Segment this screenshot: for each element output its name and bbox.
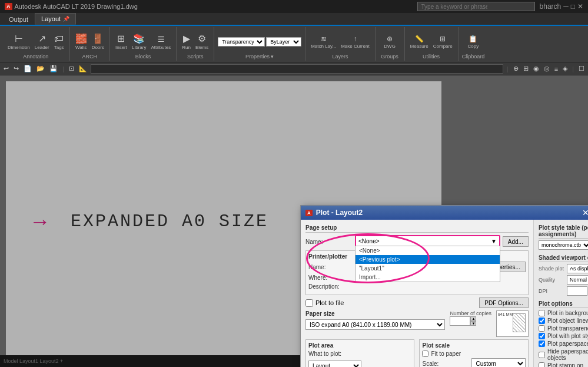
paper-size-select[interactable]: ISO expand A0 (841.00 x 1189.00 MM) [305,319,445,330]
btn-copy[interactable]: 📋Copy [466,34,481,50]
printer-name-label: Name: [308,264,356,270]
tb2-new[interactable]: 📄 [22,64,33,73]
what-to-plot-select[interactable]: Layout [308,361,361,367]
group-scripts: ▶Run ⚙Elems Scripts [177,27,214,61]
opt-plotstyles-checkbox[interactable] [539,333,545,339]
btn-attributes[interactable]: ≣Attributes [149,32,172,51]
what-to-plot-label: What to plot: [308,351,356,357]
tb2-transparency[interactable]: ◈ [562,64,569,73]
copies-down[interactable]: ▼ [470,321,476,326]
tb2-osnap[interactable]: ◎ [543,64,551,73]
btn-compare[interactable]: ⊞Compare [431,34,454,50]
plot-dialog: A Plot - Layout2 ✕ Page setup Name: [300,205,588,367]
opt-transparency-label: Plot transparency [547,325,588,332]
tb2-save[interactable]: 💾 [48,64,59,73]
option-none[interactable]: <None> [356,246,500,255]
minimize-icon[interactable]: ─ [563,2,569,11]
page-setup-name-row: Name: <None> ▼ <None> [305,235,529,248]
btn-leader[interactable]: ↗Leader [33,32,51,51]
opt-paperspace-last-checkbox[interactable] [539,340,545,347]
shade-plot-select[interactable]: As displayed [567,264,588,273]
search-input[interactable] [417,2,535,11]
tb2-redo[interactable]: ↪ [12,64,20,73]
group-label-properties: Properties ▾ [245,54,274,61]
dialog-close-icon[interactable]: ✕ [582,208,588,217]
btn-doors[interactable]: 🚪Doors [90,32,106,51]
btn-dimension[interactable]: ⊢Dimension [6,32,32,51]
btn-walls[interactable]: 🧱Walls [74,32,89,51]
opt-background-checkbox[interactable] [539,310,545,316]
btn-tags[interactable]: 🏷Tags [52,32,66,51]
opt-transparency-checkbox[interactable] [539,325,545,332]
option-layout1[interactable]: "Layout1" [356,264,500,273]
tb2-polar[interactable]: ◉ [532,64,540,73]
tb2-undo[interactable]: ↩ [2,64,10,73]
group-label-layers: Layers [332,54,348,61]
btn-elems[interactable]: ⚙Elems [194,32,210,51]
what-to-plot-row: What to plot: [308,351,411,357]
opt-lineweights-label: Plot object lineweights [547,318,588,324]
option-import[interactable]: Import... [356,273,500,282]
group-label-annotation: Annotation [23,54,48,61]
app-icon: A [5,3,12,10]
tb2-snap[interactable]: ⊕ [512,64,520,73]
close-icon[interactable]: ✕ [577,2,583,11]
btn-make-current[interactable]: ↑Make Current [339,34,371,50]
tb2-ortho[interactable]: ⊞ [522,64,530,73]
tb2-open[interactable]: 📂 [35,64,46,73]
group-layers: ≋Match Lay... ↑Make Current Layers [305,27,375,61]
btn-insert[interactable]: ⊞Insert [114,32,129,51]
btn-measure[interactable]: 📏Measure [408,34,430,50]
maximize-icon[interactable]: □ [571,2,575,11]
fit-to-paper-checkbox[interactable] [422,351,428,357]
copies-input[interactable]: 1 [450,316,470,326]
group-label-scripts: Scripts [187,54,204,61]
tab-layout[interactable]: Layout 📌 [35,13,76,25]
btn-run[interactable]: ▶Run [180,32,192,51]
dpi-row: DPI 100 [539,286,588,296]
paper-size-row: ISO expand A0 (841.00 x 1189.00 MM) [305,319,445,330]
quality-row: Quality Normal [539,275,588,285]
quality-select[interactable]: Normal [567,275,588,285]
tb2-modelspace[interactable]: ⊡ [68,64,75,73]
tb2-pagesetup[interactable]: 📐 [78,64,88,73]
transparency-select[interactable]: Transparency [218,37,265,47]
shade-plot-label: Shade plot [539,266,565,272]
option-previous-plot[interactable]: <Previous plot> [356,255,500,264]
add-button[interactable]: Add... [503,236,529,247]
opt-hide-paperspace: Hide paperspace objects [539,348,588,361]
btn-library[interactable]: 📚Library [130,32,148,51]
tb2-lineweight[interactable]: ≡ [553,65,559,73]
opt-background-label: Plot in background [547,310,588,316]
scale-select[interactable]: Custom [471,358,525,367]
shaded-viewport-title: Shaded viewport options [539,254,588,262]
bylayer-select[interactable]: ByLayer [266,37,301,47]
opt-hide-paperspace-checkbox[interactable] [539,352,545,358]
opt-paperspace-last: Plot paperspace last [539,340,588,347]
coordinate-input[interactable] [91,64,503,74]
user-label: bharch [540,2,562,11]
tab-output[interactable]: Output [2,13,35,25]
btn-match-layer[interactable]: ≋Match Lay... [309,34,338,50]
plot-to-file-checkbox[interactable] [305,299,313,307]
pdf-options-button[interactable]: PDF Options... [479,297,529,308]
group-label-groups: Groups [381,54,398,61]
opt-lineweights-checkbox[interactable] [539,318,545,324]
plot-scale-title: Plot scale [422,342,525,349]
opt-stamp-label: Plot stamp on [547,362,583,367]
scale-row: Scale: Custom [422,358,525,367]
title-controls: bharch ─ □ ✕ [540,2,583,11]
group-label-blocks: Blocks [135,54,151,61]
title-bar: A Autodesk AutoCAD LT 2019 Drawing1.dwg … [0,0,588,13]
opt-stamp-checkbox[interactable] [539,362,545,367]
opt-lineweights: Plot object lineweights [539,318,588,324]
group-arch: 🧱Walls 🚪Doors ARCH [70,27,110,61]
plot-style-select[interactable]: monochrome.ctb [539,240,588,250]
tb2-model[interactable]: ☐ [577,64,586,73]
name-field-label: Name: [305,239,353,245]
btn-dwg[interactable]: ⊕DWG [382,34,397,50]
dialog-app-icon: A [305,210,313,216]
copies-up[interactable]: ▲ [470,316,476,321]
dpi-input[interactable]: 100 [567,286,587,296]
fit-to-paper-label: Fit to paper [431,351,461,357]
